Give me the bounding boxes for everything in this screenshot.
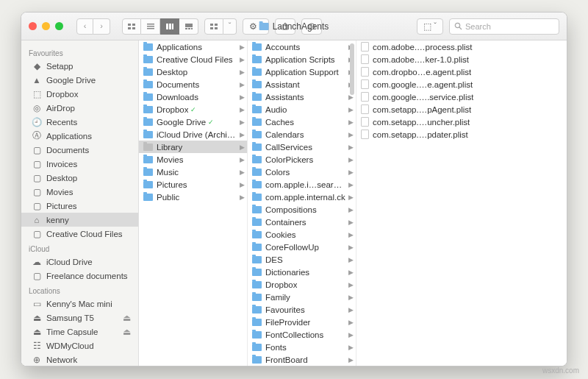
- sidebar-item-kenny-s-mac-mini[interactable]: ▭Kenny's Mac mini: [21, 297, 138, 311]
- column-1[interactable]: Accounts▶Application Scripts▶Application…: [248, 40, 356, 366]
- sidebar-item-pictures[interactable]: ▢Pictures: [21, 199, 138, 213]
- sidebar-item-airdrop[interactable]: ◎AirDrop: [21, 101, 138, 115]
- list-item[interactable]: Movies▶: [139, 153, 247, 166]
- column-0[interactable]: Applications▶Creative Cloud Files▶Deskto…: [139, 40, 248, 366]
- list-item[interactable]: Dropbox▶: [248, 278, 356, 291]
- sidebar-item-time-capsule[interactable]: ⏏Time Capsule⏏: [21, 325, 138, 339]
- list-item[interactable]: Downloads▶: [139, 91, 247, 103]
- item-label: com.adobe.…ker-1.0.plist: [373, 55, 469, 64]
- list-item[interactable]: Caches▶: [248, 116, 356, 128]
- sidebar-item-documents[interactable]: ▢Documents: [21, 143, 138, 157]
- sidebar-item-icloud-drive[interactable]: ☁iCloud Drive: [21, 255, 138, 269]
- view-gallery[interactable]: [179, 18, 198, 35]
- list-item[interactable]: Music▶: [139, 166, 247, 178]
- list-item[interactable]: Documents▶: [139, 78, 247, 91]
- list-item[interactable]: com.apple.i…searchpartyd▶: [248, 178, 356, 191]
- view-icons[interactable]: [122, 18, 141, 35]
- list-item[interactable]: FontCollections▶: [248, 328, 356, 341]
- sidebar-item-recents[interactable]: 🕘Recents: [21, 115, 138, 129]
- scrollbar-thumb[interactable]: [350, 43, 354, 95]
- sort-dropdown[interactable]: ˇ: [223, 18, 237, 35]
- view-columns[interactable]: [160, 18, 179, 35]
- home-icon: ⌂: [32, 215, 42, 224]
- sidebar-item-freelance-documents[interactable]: ▢Freelance documents: [21, 269, 138, 283]
- list-item[interactable]: CoreFollowUp▶: [248, 241, 356, 253]
- disclosure-arrow-icon: ▶: [240, 68, 245, 76]
- list-item[interactable]: Colors▶: [248, 166, 356, 178]
- sidebar-item-setapp[interactable]: ◆Setapp: [21, 59, 138, 73]
- zoom-button[interactable]: [55, 22, 63, 30]
- list-item[interactable]: Audio▶: [248, 103, 356, 116]
- sidebar-item-label: Creative Cloud Files: [46, 230, 123, 238]
- column-2[interactable]: com.adobe.…process.plistcom.adobe.…ker-1…: [356, 40, 567, 366]
- sidebar[interactable]: Favourites◆Setapp▲Google Drive⬚Dropbox◎A…: [21, 40, 139, 366]
- sidebar-item-desktop[interactable]: ▢Desktop: [21, 171, 138, 185]
- back-button[interactable]: ‹: [76, 18, 93, 35]
- list-item[interactable]: Assistants▶: [248, 91, 356, 103]
- list-item[interactable]: com.setapp.…pdater.plist: [356, 128, 567, 141]
- list-item[interactable]: com.adobe.…process.plist: [356, 40, 567, 53]
- disclosure-arrow-icon: ▶: [240, 144, 245, 151]
- list-item[interactable]: FileProvider▶: [248, 316, 356, 328]
- list-item[interactable]: Application Scripts▶: [248, 53, 356, 65]
- list-item[interactable]: FrontBoard▶: [248, 353, 356, 366]
- list-item[interactable]: Creative Cloud Files▶: [139, 53, 247, 65]
- list-item[interactable]: iCloud Drive (Archive)▶: [139, 128, 247, 141]
- list-item[interactable]: Containers▶: [248, 216, 356, 228]
- sidebar-item-invoices[interactable]: ▢Invoices: [21, 157, 138, 171]
- sidebar-item-creative-cloud-files[interactable]: ▢Creative Cloud Files: [21, 227, 138, 241]
- sidebar-item-dropbox[interactable]: ⬚Dropbox: [21, 87, 138, 101]
- list-item[interactable]: Pictures▶: [139, 178, 247, 191]
- item-label: Compositions: [265, 205, 317, 214]
- forward-button[interactable]: ›: [93, 18, 110, 35]
- eject-icon[interactable]: ⏏: [123, 327, 131, 337]
- list-item[interactable]: com.setapp.…pAgent.plist: [356, 103, 567, 116]
- list-item[interactable]: Assistant▶: [248, 78, 356, 91]
- disclosure-arrow-icon: ▶: [240, 118, 245, 126]
- item-label: Documents: [157, 80, 199, 89]
- eject-icon[interactable]: ⏏: [123, 313, 131, 323]
- list-item[interactable]: Library▶: [139, 141, 247, 153]
- item-label: com.apple.i…searchpartyd: [265, 180, 345, 189]
- dropbox-toolbar-button[interactable]: ⬚ˇ: [417, 18, 443, 35]
- list-item[interactable]: Application Support▶: [248, 65, 356, 78]
- list-item[interactable]: com.adobe.…ker-1.0.plist: [356, 53, 567, 65]
- list-item[interactable]: Public▶: [139, 191, 247, 203]
- list-item[interactable]: DES▶: [248, 253, 356, 266]
- list-item[interactable]: Applications▶: [139, 40, 247, 53]
- list-item[interactable]: com.dropbo…e.agent.plist: [356, 65, 567, 78]
- sidebar-item-label: Time Capsule: [46, 327, 98, 336]
- list-item[interactable]: Desktop▶: [139, 65, 247, 78]
- sidebar-item-applications[interactable]: ⒶApplications: [21, 129, 138, 143]
- sidebar-item-wdmycloud[interactable]: ☷WDMyCloud: [21, 339, 138, 353]
- folder-icon: ▢: [32, 229, 42, 238]
- sidebar-item-kenny[interactable]: ⌂kenny: [21, 213, 138, 227]
- close-button[interactable]: [29, 22, 37, 30]
- sidebar-item-movies[interactable]: ▢Movies: [21, 185, 138, 199]
- list-item[interactable]: Accounts▶: [248, 40, 356, 53]
- list-item[interactable]: Family▶: [248, 291, 356, 303]
- group-button[interactable]: [204, 18, 223, 35]
- view-list[interactable]: [141, 18, 160, 35]
- minimize-button[interactable]: [42, 22, 50, 30]
- list-item[interactable]: Favourites▶: [248, 303, 356, 316]
- list-item[interactable]: ColorPickers▶: [248, 153, 356, 166]
- list-item[interactable]: CallServices▶: [248, 141, 356, 153]
- list-item[interactable]: Fonts▶: [248, 341, 356, 353]
- list-item[interactable]: Cookies▶: [248, 228, 356, 241]
- list-item[interactable]: com.google.….service.plist: [356, 91, 567, 103]
- list-item[interactable]: com.google.…e.agent.plist: [356, 78, 567, 91]
- sidebar-item-samsung-t5[interactable]: ⏏Samsung T5⏏: [21, 311, 138, 325]
- sidebar-item-network[interactable]: ⊕Network: [21, 353, 138, 366]
- cloud-icon: ☁: [32, 257, 42, 266]
- list-item[interactable]: com.setapp.…uncher.plist: [356, 116, 567, 128]
- list-item[interactable]: Compositions▶: [248, 203, 356, 216]
- list-item[interactable]: Dictionaries▶: [248, 266, 356, 278]
- list-item[interactable]: com.apple.internal.ck▶: [248, 191, 356, 203]
- list-item[interactable]: Dropbox✓▶: [139, 103, 247, 116]
- sidebar-item-google-drive[interactable]: ▲Google Drive: [21, 73, 138, 87]
- item-label: Assistants: [265, 93, 304, 102]
- list-item[interactable]: Google Drive✓▶: [139, 116, 247, 128]
- search-field[interactable]: Search: [449, 18, 559, 35]
- list-item[interactable]: Calendars▶: [248, 128, 356, 141]
